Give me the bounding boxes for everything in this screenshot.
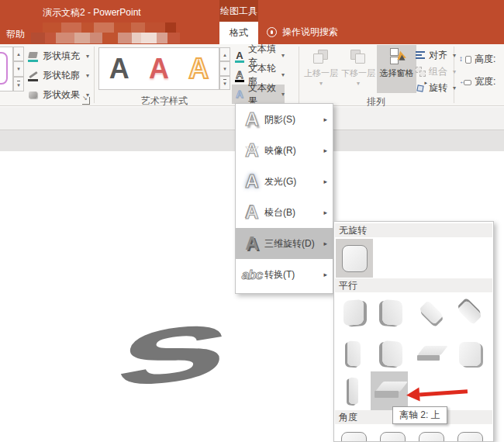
submenu-arrow-icon: ▸ <box>323 209 327 216</box>
width-icon: ↔ <box>460 77 471 88</box>
rotation-thumbnail[interactable] <box>374 426 411 442</box>
wordart-group-label: 艺术字样式 <box>98 95 230 108</box>
rotation-thumbnail[interactable] <box>451 426 488 442</box>
gallery-more-button[interactable]: ▾ <box>219 76 230 90</box>
rotation-thumbnail[interactable] <box>335 334 372 373</box>
window-title: 演示文稿2 - PowerPoint <box>43 6 141 19</box>
rotation-3d-icon: A <box>240 234 264 253</box>
shape-fill-icon <box>28 51 39 62</box>
bring-forward-icon <box>312 48 330 65</box>
wordart-style-gallery[interactable]: A A A <box>98 47 219 90</box>
dropdown-caret-icon: ▾ <box>453 85 456 92</box>
rotation-thumbnail[interactable] <box>374 293 411 332</box>
bring-forward-button[interactable]: 上移一层 ▾ <box>302 45 340 93</box>
dropdown-caret-icon: ▾ <box>319 80 323 87</box>
shape-gallery-scrollbar: ▴ ▾ ▾ <box>13 47 24 92</box>
rotation-thumbnail[interactable] <box>335 371 372 410</box>
text-fill-icon: A <box>234 50 245 60</box>
rotation-thumbnail[interactable] <box>335 426 372 442</box>
submenu-arrow-icon: ▸ <box>323 240 327 247</box>
dropdown-caret-icon: ▾ <box>86 53 89 60</box>
scroll-down-button[interactable]: ▾ <box>13 61 24 76</box>
submenu-arrow-icon: ▸ <box>323 178 327 185</box>
shape-effects-icon <box>28 90 39 101</box>
tab-format[interactable]: 格式 <box>219 22 258 44</box>
contextual-tab-header: 绘图工具 <box>219 0 258 22</box>
rotation-thumbnail[interactable] <box>374 334 411 373</box>
shape-effects-button[interactable]: 形状效果 ▾ <box>28 85 89 105</box>
redacted-menu-mosaic <box>31 33 180 43</box>
rotate-button[interactable]: 旋转 ▾ <box>416 80 456 96</box>
align-icon <box>416 50 426 60</box>
height-field-label[interactable]: ↕ 高度: <box>460 48 495 71</box>
rotation-thumbnail[interactable] <box>413 293 450 332</box>
shape-style-buttons: 形状填充 ▾ 形状轮廓 ▾ 形状效果 ▾ <box>28 47 89 105</box>
arrange-small-buttons: 对齐 ▾ 组合 ▾ 旋转 ▾ <box>416 47 456 96</box>
menu-item-reflection[interactable]: A A 映像(R) ▸ <box>236 135 333 166</box>
submenu-arrow-icon: ▸ <box>323 271 327 278</box>
shadow-icon: A <box>240 110 264 129</box>
transform-icon: abc <box>240 268 264 281</box>
tell-me-search[interactable]: 操作说明搜索 <box>267 26 338 39</box>
wordart-gallery-scrollbar: ▴ ▾ ▾ <box>219 47 230 90</box>
gallery-more-button[interactable]: ▾ <box>13 77 24 92</box>
rotation-thumbnail-off-axis-2-top[interactable] <box>371 371 408 410</box>
height-icon: ↕ <box>460 54 471 65</box>
menu-item-transform[interactable]: abc 转换(T) ▸ <box>236 259 333 290</box>
rotation-thumbnail[interactable] <box>413 426 450 442</box>
rotation-thumbnail-none[interactable] <box>336 239 373 278</box>
scroll-down-button[interactable]: ▾ <box>219 61 230 75</box>
wordart-style-thumbnail[interactable]: A <box>149 55 169 83</box>
dropdown-caret-icon: ▾ <box>281 71 285 78</box>
glow-icon: A <box>240 172 264 191</box>
rotation-thumbnail[interactable] <box>451 293 488 332</box>
wordart-shape[interactable]: s <box>81 281 268 413</box>
section-header-no-rotation: 无旋转 <box>335 223 492 237</box>
menu-item-bevel[interactable]: A 棱台(B) ▸ <box>236 197 333 228</box>
send-backward-icon <box>350 48 367 65</box>
dropdown-caret-icon: ▾ <box>281 52 285 59</box>
scroll-up-button[interactable]: ▴ <box>13 47 24 61</box>
dropdown-caret-icon: ▾ <box>357 80 360 87</box>
selection-pane-icon <box>388 48 406 65</box>
group-icon <box>416 67 426 77</box>
shape-outline-button[interactable]: 形状轮廓 ▾ <box>28 66 89 85</box>
text-outline-icon: A <box>234 70 245 80</box>
rotation-thumbnail[interactable] <box>451 334 488 373</box>
text-effects-icon: A <box>234 89 245 99</box>
menu-item-3d-rotation[interactable]: A 三维旋转(D) ▸ <box>236 228 333 259</box>
shape-style-gallery[interactable] <box>0 47 13 92</box>
dropdown-caret-icon: ▾ <box>281 91 285 98</box>
rotate-icon <box>416 83 426 93</box>
text-effects-button[interactable]: A 文本效果 ▾ <box>232 85 285 104</box>
submenu-arrow-icon: ▸ <box>323 147 327 154</box>
size-group: ↕ 高度: ↔ 宽度: <box>460 48 495 93</box>
section-header-parallel: 平行 <box>335 278 492 292</box>
dialog-launcher-icon[interactable] <box>82 97 90 105</box>
tooltip: 离轴 2: 上 <box>392 406 447 424</box>
tell-me-label: 操作说明搜索 <box>282 26 338 39</box>
text-style-buttons: A 文本填充 ▾ A 文本轮廓 ▾ A 文本效果 ▾ <box>232 46 285 104</box>
selection-pane-button[interactable]: 选择窗格 <box>377 45 416 93</box>
group-separator <box>94 47 95 103</box>
shape-fill-button[interactable]: 形状填充 ▾ <box>28 47 89 66</box>
menu-help[interactable]: 帮助 <box>6 28 25 41</box>
group-button[interactable]: 组合 ▾ <box>416 64 456 80</box>
text-effects-menu: A 阴影(S) ▸ A A 映像(R) ▸ A 发光(G) ▸ A 棱台(B) … <box>235 103 333 294</box>
scroll-up-button[interactable]: ▴ <box>219 47 230 61</box>
redacted-menu-mosaic <box>43 22 176 33</box>
dropdown-caret-icon: ▾ <box>453 68 456 75</box>
menu-item-glow[interactable]: A 发光(G) ▸ <box>236 166 333 197</box>
width-field-label[interactable]: ↔ 宽度: <box>460 71 495 93</box>
submenu-arrow-icon: ▸ <box>323 116 327 123</box>
menu-item-shadow[interactable]: A 阴影(S) ▸ <box>236 104 333 135</box>
wordart-style-thumbnail[interactable]: A <box>109 55 129 83</box>
dropdown-caret-icon: ▾ <box>86 72 89 79</box>
shape-thumbnail <box>0 52 8 85</box>
dropdown-caret-icon: ▾ <box>453 52 456 59</box>
align-button[interactable]: 对齐 ▾ <box>416 47 456 64</box>
send-backward-button[interactable]: 下移一层 ▾ <box>340 45 377 93</box>
rotation-thumbnail[interactable] <box>413 334 450 373</box>
rotation-thumbnail[interactable] <box>335 293 372 332</box>
wordart-style-thumbnail[interactable]: A <box>188 55 209 83</box>
